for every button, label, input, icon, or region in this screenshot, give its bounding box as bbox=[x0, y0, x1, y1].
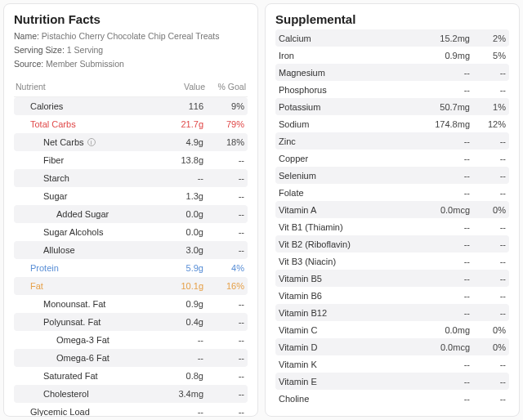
nutrient-goal: 0% bbox=[470, 325, 506, 335]
nutrient-name: Saturated Fat bbox=[17, 371, 153, 381]
nutrient-goal: -- bbox=[203, 371, 244, 381]
nutrient-name: Total Carbs bbox=[17, 119, 153, 129]
nutrient-value: 0.4g bbox=[153, 317, 203, 327]
nutrient-value: -- bbox=[413, 308, 470, 318]
nutrient-goal: 4% bbox=[203, 263, 244, 273]
nutrient-goal: 16% bbox=[203, 281, 244, 291]
nutrient-name: Vitamin B5 bbox=[279, 274, 413, 284]
nutrient-name: Omega-6 Fat bbox=[17, 353, 153, 363]
nutrient-name: Allulose bbox=[17, 245, 153, 255]
nutrient-name: Vitamin B6 bbox=[279, 291, 413, 301]
nutrient-name: Vit B1 (Thiamin) bbox=[279, 222, 413, 232]
nutrient-value: -- bbox=[413, 85, 470, 95]
nutrient-value: 4.9g bbox=[153, 137, 203, 147]
nutrient-name: Vitamin D bbox=[279, 342, 413, 352]
nutrient-goal: -- bbox=[470, 136, 506, 146]
meta-name: Name: Pistachio Cherry Chocolate Chip Ce… bbox=[14, 29, 248, 43]
nutrient-name: Starch bbox=[17, 173, 153, 183]
nutrient-value: -- bbox=[413, 154, 470, 163]
table-row: Net Carbsi4.9g18% bbox=[14, 133, 248, 151]
nutrient-goal: -- bbox=[470, 68, 506, 78]
nutrient-goal: -- bbox=[203, 299, 244, 309]
nutrient-goal: -- bbox=[203, 191, 244, 201]
nutrient-goal: 79% bbox=[203, 119, 244, 129]
nutrient-value: -- bbox=[413, 68, 470, 78]
nutrient-name: Fat bbox=[17, 281, 153, 291]
table-row: Polyunsat. Fat0.4g-- bbox=[14, 313, 248, 331]
table-row: Vitamin B12---- bbox=[275, 304, 509, 321]
table-row: Vit B3 (Niacin)---- bbox=[275, 252, 509, 270]
meta-source: Source: Member Submission bbox=[14, 57, 248, 71]
nutrient-goal: -- bbox=[470, 188, 506, 198]
nutrient-goal: -- bbox=[203, 389, 244, 399]
nutrient-goal: -- bbox=[470, 308, 506, 318]
header-goal: % Goal bbox=[205, 82, 246, 92]
nutrient-value: 21.7g bbox=[153, 119, 203, 129]
nutrient-value: 13.8g bbox=[153, 155, 203, 165]
nutrient-value: 10.1g bbox=[153, 281, 203, 291]
table-row: Sugar Alcohols0.0g-- bbox=[14, 223, 248, 241]
table-row: Zinc---- bbox=[275, 132, 509, 150]
table-row: Cholesterol3.4mg-- bbox=[14, 385, 248, 403]
nutrient-value: -- bbox=[413, 257, 470, 266]
table-row: Monounsat. Fat0.9g-- bbox=[14, 295, 248, 313]
nutrient-value: -- bbox=[153, 335, 203, 345]
nutrient-goal: -- bbox=[203, 173, 244, 183]
nutrient-name: Cholesterol bbox=[17, 389, 153, 399]
nutrient-value: -- bbox=[413, 274, 470, 284]
nutrient-name: Calories bbox=[17, 101, 153, 111]
nutrient-name: Omega-3 Fat bbox=[17, 335, 153, 345]
nutrient-name: Vit B2 (Riboflavin) bbox=[279, 239, 413, 249]
nutrient-value: -- bbox=[413, 377, 470, 386]
table-row: Starch---- bbox=[14, 169, 248, 187]
nutrient-goal: -- bbox=[470, 274, 506, 284]
table-row: Choline---- bbox=[275, 390, 509, 407]
nutrient-value: 15.2mg bbox=[413, 34, 470, 43]
nutrient-name: Choline bbox=[279, 394, 413, 404]
table-row: Fat10.1g16% bbox=[14, 277, 248, 295]
nutrient-goal: -- bbox=[203, 227, 244, 237]
nutrient-name: Monounsat. Fat bbox=[17, 299, 153, 309]
table-row: Copper---- bbox=[275, 150, 509, 167]
nutrient-name: Fiber bbox=[17, 155, 153, 165]
table-row: Saturated Fat0.8g-- bbox=[14, 367, 248, 385]
nutrient-value: -- bbox=[153, 173, 203, 183]
table-row: Vitamin K---- bbox=[275, 355, 509, 373]
table-row: Vitamin E---- bbox=[275, 373, 509, 390]
panel-title: Nutrition Facts bbox=[14, 12, 248, 26]
nutrient-goal: -- bbox=[203, 335, 244, 345]
table-row: Vitamin D0.0mcg0% bbox=[275, 338, 509, 355]
nutrient-value: 174.8mg bbox=[413, 119, 470, 129]
nutrient-name: Protein bbox=[17, 263, 153, 273]
nutrient-value: 0.9g bbox=[153, 299, 203, 309]
nutrient-name: Iron bbox=[279, 51, 413, 60]
nutrient-goal: 18% bbox=[203, 137, 244, 147]
nutrient-name: Sugar bbox=[17, 191, 153, 201]
nutrient-value: -- bbox=[153, 353, 203, 363]
nutrient-value: -- bbox=[153, 407, 203, 417]
nutrient-value: -- bbox=[413, 136, 470, 146]
nutrient-name: Vitamin E bbox=[279, 377, 413, 386]
nutrient-name: Added Sugar bbox=[17, 209, 153, 219]
nutrient-value: -- bbox=[413, 188, 470, 198]
nutrient-goal: -- bbox=[470, 394, 506, 404]
info-icon[interactable]: i bbox=[87, 138, 96, 146]
table-row: Vitamin C0.0mg0% bbox=[275, 321, 509, 338]
nutrient-value: 50.7mg bbox=[413, 102, 470, 112]
nutrient-goal: -- bbox=[470, 377, 506, 386]
nutrient-value: 1.3g bbox=[153, 191, 203, 201]
nutrient-value: 0.8g bbox=[153, 371, 203, 381]
nutrient-name: Magnesium bbox=[279, 68, 413, 78]
nutrient-value: 0.0mcg bbox=[413, 342, 470, 352]
nutrient-goal: -- bbox=[470, 291, 506, 301]
nutrient-value: 5.9g bbox=[153, 263, 203, 273]
table-row: Vit B2 (Riboflavin)---- bbox=[275, 235, 509, 252]
nutrient-goal: -- bbox=[203, 317, 244, 327]
table-row: Added Sugar0.0g-- bbox=[14, 205, 248, 223]
table-row: Calcium15.2mg2% bbox=[275, 29, 509, 47]
nutrient-goal: -- bbox=[203, 245, 244, 255]
nutrient-goal: 0% bbox=[470, 342, 506, 352]
table-row: Vit B1 (Thiamin)---- bbox=[275, 218, 509, 235]
nutrient-goal: -- bbox=[470, 360, 506, 369]
nutrient-name: Vit B3 (Niacin) bbox=[279, 257, 413, 266]
